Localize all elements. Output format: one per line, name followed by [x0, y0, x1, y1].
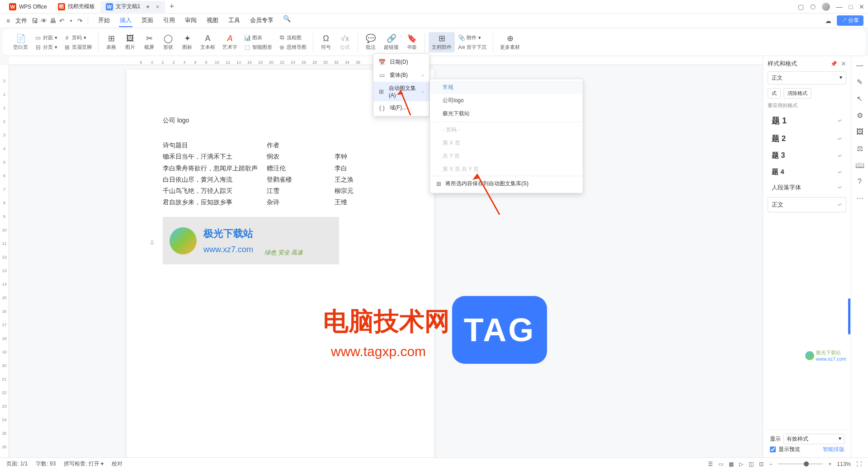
autotext-save[interactable]: ⊞将所选内容保存到自动图文集库(S) [430, 176, 583, 191]
tab-tools[interactable]: 工具 [227, 14, 241, 27]
tab-view[interactable]: 视图 [206, 14, 219, 27]
tab-document[interactable]: W 文字文稿1 × [100, 1, 165, 13]
tab-reference[interactable]: 引用 [162, 14, 176, 27]
zoom-in-icon[interactable]: + [828, 461, 831, 467]
gear-icon[interactable]: ⚙ [857, 111, 863, 120]
panel-close-icon[interactable]: ✕ [841, 60, 846, 67]
ribbon-smartart[interactable]: ⬚智能图形 [241, 43, 275, 52]
pencil-icon[interactable]: ✎ [857, 78, 863, 86]
scrollbar-accent[interactable] [848, 298, 850, 334]
zoom-value[interactable]: 113% [837, 461, 851, 467]
preview-checkbox[interactable] [770, 446, 776, 452]
smart-layout-link[interactable]: 智能排版 [823, 446, 844, 453]
current-style-select[interactable]: 正文▾ [768, 71, 846, 85]
ribbon-textbox[interactable]: A文本框 [197, 32, 218, 52]
zoom-out-icon[interactable]: − [769, 461, 772, 467]
ribbon-hyperlink[interactable]: 🔗超链接 [381, 32, 402, 52]
status-page[interactable]: 页面: 1/1 [6, 460, 28, 468]
tab-review[interactable]: 审阅 [184, 14, 198, 27]
ribbon-chart[interactable]: 📊图表 [241, 33, 275, 42]
new-style-button[interactable]: 式 [768, 88, 781, 99]
avatar[interactable] [822, 3, 830, 11]
clear-format-button[interactable]: 清除格式 [783, 88, 811, 99]
tab-close-icon[interactable]: × [156, 3, 159, 10]
ribbon-comment[interactable]: 💬批注 [362, 32, 380, 52]
ribbon-docparts[interactable]: ⊞文档部件 [429, 32, 455, 52]
search-icon[interactable]: 🔍 [283, 14, 291, 23]
ribbon-attachment[interactable]: 📎附件▾ [456, 33, 489, 42]
help-icon[interactable]: ? [858, 178, 862, 186]
tab-member[interactable]: 会员专享 [249, 14, 274, 27]
ribbon-screenshot[interactable]: ✂截屏 [140, 32, 158, 52]
ribbon-table[interactable]: ⊞表格 [102, 32, 120, 52]
style-item[interactable]: 题 1↵ [768, 112, 846, 130]
view-icon-5[interactable]: ◫ [749, 461, 754, 467]
style-item[interactable]: 正文↵ [768, 197, 846, 212]
tab-insert[interactable]: 插入 [119, 14, 132, 27]
redo-icon[interactable]: ↷ [76, 17, 84, 25]
ribbon-iconlib[interactable]: ✦图标 [178, 32, 196, 52]
ribbon-more[interactable]: ⊕更多素材 [497, 32, 523, 52]
style-item[interactable]: 题 2↵ [768, 130, 846, 147]
ribbon-pagebreak[interactable]: ⊟分页▾ [32, 43, 60, 52]
tab-page[interactable]: 页面 [141, 14, 154, 27]
ribbon-dropcap[interactable]: A≡首字下沉 [456, 43, 489, 52]
style-item[interactable]: 题 4↵ [768, 164, 846, 180]
ribbon-shape[interactable]: ◯形状 [159, 32, 177, 52]
book-icon[interactable]: 📖 [855, 161, 864, 169]
save-icon[interactable]: 🖫 [31, 17, 39, 25]
undo-icon[interactable]: ↶ [58, 17, 66, 25]
menu-item[interactable]: 📅日期(D) [373, 56, 429, 69]
view-icon-6[interactable]: ⊡ [759, 461, 764, 467]
print-icon[interactable]: 🖶 [49, 17, 57, 25]
ribbon-blank-page[interactable]: 📄空白页 [10, 32, 31, 52]
autotext-item-site[interactable]: 极光下载站 [430, 107, 583, 120]
ribbon-flowchart[interactable]: ⧉流程图 [276, 33, 309, 42]
status-spell[interactable]: 拼写检查: 打开 ▾ [64, 460, 104, 468]
minimize-icon[interactable]: — [836, 3, 843, 10]
close-icon[interactable]: ✕ [859, 3, 864, 10]
ribbon-headerfooter[interactable]: ⊞页眉页脚 [61, 43, 94, 52]
view-icon-3[interactable]: ▦ [729, 461, 734, 467]
layers-icon[interactable]: 🖼 [856, 128, 863, 136]
cube-icon[interactable]: ⬡ [810, 3, 816, 10]
cloud-icon[interactable]: ☁ [824, 17, 832, 25]
undo-dropdown-icon[interactable]: ▾ [67, 17, 75, 25]
menu-item[interactable]: ▭窗体(B)› [373, 69, 429, 82]
zoom-slider[interactable] [778, 463, 823, 465]
view-icon-1[interactable]: ☰ [708, 461, 713, 467]
ribbon-image[interactable]: 🖼图片 [121, 32, 139, 52]
tab-start[interactable]: 开始 [97, 14, 111, 27]
fit-icon[interactable]: ⛶ [856, 461, 862, 467]
ribbon-mindmap[interactable]: ⊛思维导图 [276, 43, 309, 52]
maximize-icon[interactable]: □ [849, 3, 853, 10]
window-icon[interactable]: ▢ [798, 3, 804, 10]
style-item[interactable]: 人段落字体↵ [768, 180, 846, 195]
ribbon-symbol[interactable]: Ω符号 [317, 32, 335, 52]
embedded-image[interactable]: ⠿ 极光下载站 www.xz7.com 绿色 安全 高速 [163, 217, 339, 264]
more-tools-icon[interactable]: ⋯ [856, 194, 863, 202]
view-icon-2[interactable]: ▭ [718, 461, 723, 467]
style-item[interactable]: 题 3↵ [768, 147, 846, 164]
hamburger-icon[interactable]: ≡ [5, 15, 12, 26]
ribbon-cover[interactable]: ▭封面▾ [32, 33, 60, 42]
adjust-icon[interactable]: ⚖ [857, 144, 863, 153]
display-select[interactable]: 有效样式▾ [783, 434, 844, 444]
cursor-icon[interactable]: ↖ [857, 94, 863, 103]
view-icon-4[interactable]: ▷ [739, 461, 743, 467]
collapse-icon[interactable]: — [856, 61, 863, 70]
ribbon-pageno[interactable]: #页码▾ [61, 33, 94, 42]
vertical-ruler[interactable]: 2112345678910111213141516171819202122232… [0, 65, 9, 458]
ribbon-bookmark[interactable]: 🔖书签 [403, 32, 421, 52]
status-proof[interactable]: 校对 [112, 460, 123, 468]
file-menu[interactable]: 文件 [15, 17, 27, 25]
tab-template[interactable]: 稻 找稻壳模板 [52, 1, 100, 13]
pin-icon[interactable]: 📌 [830, 61, 837, 67]
share-button[interactable]: ↗ 分享 [837, 15, 863, 26]
print-preview-icon[interactable]: 👁 [40, 17, 48, 25]
page[interactable]: 公司 logo 诗句题目作者锄禾日当午，汗滴禾下土悯农李钟李白乘舟将欲行，忽闻岸… [127, 70, 434, 470]
autotext-item-logo[interactable]: 公司logo [430, 94, 583, 107]
tab-add-button[interactable]: + [165, 2, 179, 11]
status-words[interactable]: 字数: 93 [36, 460, 56, 468]
ribbon-equation[interactable]: √x公式 [336, 32, 354, 52]
